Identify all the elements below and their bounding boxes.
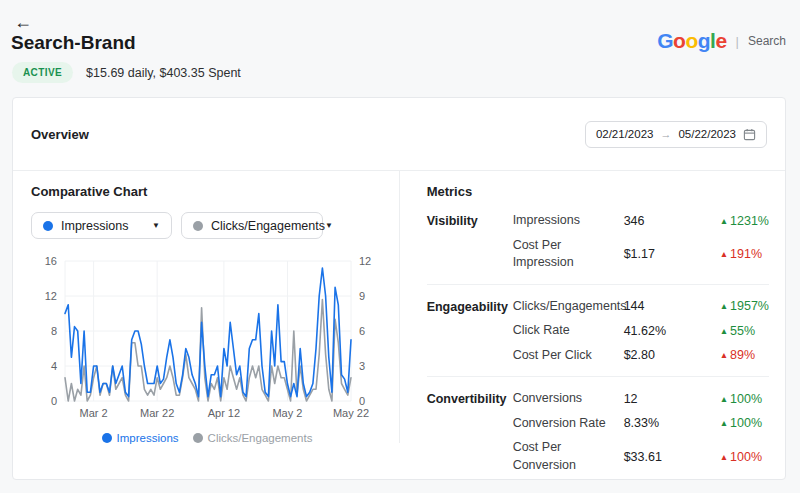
metric-delta: ▲100% [720,416,769,430]
google-logo: Google [657,30,726,52]
back-button[interactable]: ← [14,10,38,34]
svg-text:Mar 2: Mar 2 [80,407,108,419]
metrics-group-name: Visibility [427,212,504,228]
metric-delta: ▲1231% [720,214,769,228]
metric-delta-value: 1231% [730,214,769,228]
metric-delta: ▲55% [720,324,769,338]
metric-delta: ▲100% [720,450,769,464]
legend-dot-icon [193,433,203,443]
series-dropdown-clicks[interactable]: Clicks/Engagements ▼ [181,212,323,239]
metrics-group-convertibility: ConvertibilityConversions12▲100%Conversi… [427,390,769,474]
svg-text:9: 9 [359,290,365,302]
date-range-end: 05/22/2023 [678,128,736,140]
platform-separator: | [736,34,739,49]
trend-up-icon: ▲ [720,452,728,462]
metrics-section: Metrics VisibilityImpressions346▲1231%Co… [399,171,785,479]
badge-row: ACTIVE $15.69 daily, $403.35 Spent [12,62,241,83]
svg-text:0: 0 [51,395,57,407]
metric-label: Conversion Rate [513,415,615,433]
calendar-icon [743,128,756,141]
metric-delta-value: 191% [730,247,762,261]
legend-dot-icon [102,433,112,443]
google-logo-letter: o [673,29,685,52]
metric-delta-value: 89% [730,348,755,362]
metric-value: 8.33% [624,416,711,430]
google-logo-letter: o [685,29,697,52]
metric-delta-value: 55% [730,324,755,338]
series-dropdown-label: Clicks/Engagements [211,219,325,233]
svg-text:May 2: May 2 [272,407,302,419]
google-logo-letter: g [698,29,710,52]
comparative-section: Comparative Chart Impressions ▼ Clicks/E… [13,171,399,479]
vertical-divider [399,171,400,443]
platform-block: Google | Search [657,30,786,52]
metric-value: 41.62% [624,324,711,338]
trend-up-icon: ▲ [720,249,728,259]
metric-delta-value: 1957% [730,299,769,313]
series-dropdown-label: Impressions [61,219,128,233]
trend-up-icon: ▲ [720,394,728,404]
svg-text:8: 8 [51,325,57,337]
metric-value: $33.61 [624,450,711,464]
metric-label: Impressions [513,212,615,230]
overview-card: Overview 02/21/2023 → 05/22/2023 Compara… [12,97,786,480]
metrics-title: Metrics [427,184,769,199]
metric-value: 346 [624,214,711,228]
metrics-group-visibility: VisibilityImpressions346▲1231%Cost Per I… [427,212,769,272]
google-logo-letter: e [715,29,726,52]
metric-label: Clicks/Engagements [513,298,615,316]
metric-value: 144 [624,299,711,313]
metric-value: 12 [624,392,711,406]
metric-delta: ▲89% [720,348,769,362]
metrics-group-name: Engageability [427,298,504,314]
trend-up-icon: ▲ [720,216,728,226]
metrics-group-divider [427,376,769,377]
metric-value: $2.80 [624,348,711,362]
metric-delta-value: 100% [730,450,762,464]
comparative-chart: 0481216036912Mar 2Mar 22Apr 12May 2May 2… [33,249,399,431]
metric-label: Cost Per Conversion [513,439,615,474]
svg-text:Mar 22: Mar 22 [140,407,174,419]
trend-up-icon: ▲ [720,301,728,311]
date-range-picker[interactable]: 02/21/2023 → 05/22/2023 [585,121,767,148]
chart-legend: ImpressionsClicks/Engagements [31,432,383,444]
comparative-title: Comparative Chart [31,184,399,199]
legend-label: Clicks/Engagements [208,432,313,444]
legend-item: Impressions [102,432,179,444]
series-dot-blue [43,221,53,231]
metrics-group-divider [427,284,769,285]
date-range-arrow-icon: → [660,128,671,140]
metric-label: Cost Per Impression [513,237,615,272]
series-dot-gray [193,221,203,231]
page-header: ← Search-Brand ACTIVE $15.69 daily, $403… [0,0,800,97]
google-logo-letter: G [657,29,673,52]
metric-delta: ▲100% [720,392,769,406]
metrics-groups: VisibilityImpressions346▲1231%Cost Per I… [427,212,769,474]
date-range-start: 02/21/2023 [596,128,654,140]
metric-delta: ▲1957% [720,299,769,313]
trend-up-icon: ▲ [720,418,728,428]
series-dropdown-impressions[interactable]: Impressions ▼ [31,212,172,239]
svg-text:0: 0 [359,395,365,407]
metric-delta-value: 100% [730,392,762,406]
metric-label: Cost Per Click [513,347,615,365]
metric-value: $1.17 [624,247,711,261]
svg-text:16: 16 [45,255,57,267]
svg-text:6: 6 [359,325,365,337]
trend-up-icon: ▲ [720,326,728,336]
metrics-group-name: Convertibility [427,390,504,406]
platform-channel-label: Search [748,34,786,48]
chevron-down-icon: ▼ [152,221,160,230]
metric-label: Click Rate [513,322,615,340]
metric-label: Conversions [513,390,615,408]
svg-text:4: 4 [51,360,57,372]
chevron-down-icon: ▼ [325,221,333,230]
metric-delta-value: 100% [730,416,762,430]
card-header: Overview 02/21/2023 → 05/22/2023 [13,98,785,171]
svg-text:12: 12 [45,290,57,302]
metric-delta: ▲191% [720,247,769,261]
svg-text:12: 12 [359,255,371,267]
status-badge: ACTIVE [12,62,73,83]
svg-text:May 22: May 22 [333,407,369,419]
budget-text: $15.69 daily, $403.35 Spent [86,66,241,80]
